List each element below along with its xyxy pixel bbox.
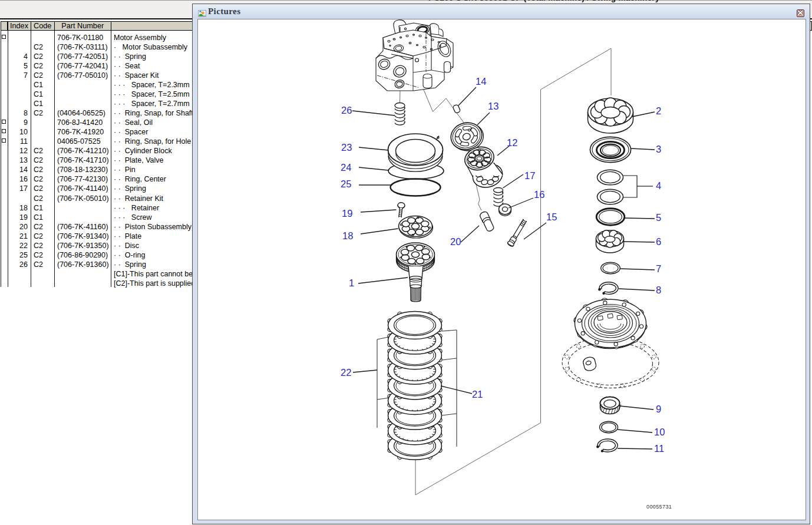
svg-text:22: 22 [341,366,351,377]
svg-text:2: 2 [656,105,661,115]
svg-text:17: 17 [524,170,535,180]
svg-text:14: 14 [476,75,486,86]
svg-text:16: 16 [534,189,544,199]
svg-text:18: 18 [342,230,353,240]
svg-text:4: 4 [656,180,661,190]
svg-text:10: 10 [654,426,665,437]
svg-text:3: 3 [656,143,661,154]
svg-text:20: 20 [450,236,461,246]
svg-text:15: 15 [546,211,557,222]
svg-text:7: 7 [656,263,661,273]
svg-text:23: 23 [341,141,352,152]
svg-text:12: 12 [507,137,517,147]
svg-text:21: 21 [472,388,483,399]
svg-text:1: 1 [349,277,354,288]
svg-text:19: 19 [342,207,352,218]
svg-text:24: 24 [341,161,351,172]
svg-text:11: 11 [654,443,664,453]
svg-text:9: 9 [656,403,661,414]
svg-text:00055731: 00055731 [646,504,672,510]
svg-text:26: 26 [341,104,352,115]
svg-text:5: 5 [656,212,661,222]
svg-text:13: 13 [488,100,499,111]
svg-text:25: 25 [341,178,351,189]
svg-text:6: 6 [656,236,661,246]
svg-text:8: 8 [656,284,661,295]
